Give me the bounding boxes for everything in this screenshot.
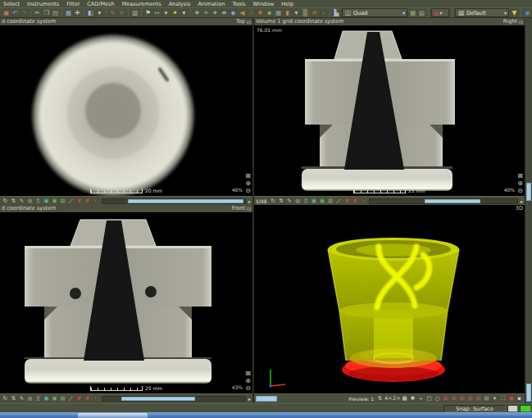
- menu-tools[interactable]: Tools: [233, 1, 246, 7]
- wand-arrow-icon[interactable]: ▾: [180, 8, 189, 17]
- vertical-scrollbar[interactable]: [525, 18, 532, 205]
- flip-icon[interactable]: ⇅: [10, 198, 17, 205]
- rotate-icon[interactable]: ↻: [2, 395, 9, 402]
- render-mode-5-icon[interactable]: ▤: [475, 395, 482, 402]
- viewport-right-header[interactable]: Volume 1 grid coordinate system Right ⊡: [254, 18, 525, 25]
- render-3d-canvas[interactable]: [254, 212, 525, 393]
- measure-delete-icon[interactable]: ✕: [117, 8, 126, 17]
- fullscreen-icon[interactable]: ⛶: [499, 395, 507, 402]
- green-swatch-icon[interactable]: ▣: [318, 198, 325, 205]
- viewport-front-header[interactable]: d coordinate system Front ⊡: [0, 205, 252, 212]
- ct-slice-front-canvas[interactable]: 25 mm 43% ⊠ ⊕ ⊖: [0, 212, 252, 393]
- speaker-icon[interactable]: ◀: [238, 8, 247, 17]
- flag-icon[interactable]: ⚑: [143, 8, 152, 17]
- menu-select[interactable]: Select: [3, 1, 20, 7]
- clear-red2-icon[interactable]: ✘: [84, 198, 91, 205]
- vertical-scrollbar-thumb[interactable]: [526, 384, 531, 402]
- slice-scrollbar[interactable]: [102, 396, 246, 402]
- menu-instruments[interactable]: Instruments: [27, 1, 59, 7]
- taskbar-button[interactable]: [78, 413, 148, 418]
- render-mode-3-icon[interactable]: ▤: [458, 395, 466, 402]
- flip-icon[interactable]: ⇅: [277, 198, 284, 205]
- clip-cube-icon[interactable]: ◧: [86, 8, 95, 17]
- wand-icon[interactable]: ✦: [171, 8, 180, 17]
- slice-scrollbar-thumb[interactable]: [425, 199, 480, 203]
- preview-render-icon[interactable]: ✱: [409, 395, 416, 402]
- flip-icon[interactable]: ⇅: [10, 395, 17, 402]
- dot-icon[interactable]: ·: [92, 198, 99, 205]
- render-mode-6-icon[interactable]: ▤: [483, 395, 490, 402]
- teal-swatch-icon[interactable]: ▣: [43, 395, 50, 402]
- app-icon[interactable]: ▣: [2, 8, 11, 17]
- rotate-icon[interactable]: ↻: [2, 198, 9, 205]
- green-swatch-icon[interactable]: ▣: [51, 198, 58, 205]
- zoom-out-icon[interactable]: ⊖: [245, 384, 251, 392]
- menu-analysis[interactable]: Analysis: [169, 1, 191, 7]
- zoom-in-icon[interactable]: ⊕: [517, 179, 523, 187]
- cut-icon[interactable]: ✂: [33, 8, 42, 17]
- pen-icon[interactable]: ✎: [285, 198, 293, 205]
- footprint-icon[interactable]: ∴: [247, 8, 256, 17]
- notes-icon[interactable]: ▥: [130, 8, 139, 17]
- undo-icon[interactable]: ↶: [11, 8, 20, 17]
- vertical-scrollbar-thumb[interactable]: [526, 183, 531, 202]
- zoom-out-icon[interactable]: ⊖: [517, 187, 523, 194]
- viewport-3d-header[interactable]: 3D: [254, 205, 525, 212]
- slice-box-icon[interactable]: ▯: [34, 395, 42, 402]
- slice-scrollbar-thumb[interactable]: [128, 199, 243, 203]
- slice-scrollbar[interactable]: [102, 198, 246, 204]
- plane-icon[interactable]: ✈: [211, 8, 220, 17]
- fit-width-icon[interactable]: ⇿: [152, 8, 161, 17]
- viewport-maximize-icon[interactable]: ⊡: [247, 18, 251, 25]
- preview-box-icon[interactable]: ▢: [425, 395, 433, 402]
- close-icon[interactable]: ⊠: [245, 172, 251, 179]
- preview-2x-icon[interactable]: 2×: [393, 395, 400, 402]
- pattern-icon[interactable]: ▒: [301, 8, 310, 17]
- viewport-top-header[interactable]: d coordinate system Top ⊡: [0, 18, 252, 25]
- menu-filter[interactable]: Filter: [66, 1, 80, 7]
- slice-scrollbar-thumb[interactable]: [121, 397, 195, 401]
- paste-icon[interactable]: ▤: [51, 8, 60, 17]
- render-mode-2-icon[interactable]: ▤: [450, 395, 457, 402]
- record-icon[interactable]: ●: [507, 395, 515, 402]
- redo-icon[interactable]: ↷: [20, 8, 29, 17]
- vertical-scrollbar[interactable]: [525, 205, 532, 403]
- workspace-select[interactable]: ▨ Default ▾: [455, 8, 509, 17]
- ct-slice-right-canvas[interactable]: 76.01 mm 25 mm 40% ⊠ ⊕ ⊖: [254, 25, 525, 196]
- marker-red-icon[interactable]: ✱: [256, 8, 265, 17]
- viewport-maximize-icon[interactable]: ⊡: [519, 18, 523, 25]
- zoom-in-icon[interactable]: ⊕: [245, 179, 251, 187]
- render-arrow-icon[interactable]: ▾: [491, 395, 498, 402]
- snap-mode-indicator[interactable]: Snap: Surface: [443, 405, 506, 412]
- sphere-icon[interactable]: ◆: [229, 8, 238, 17]
- angle-green-icon[interactable]: ‹: [319, 8, 328, 17]
- transform-icon[interactable]: ▦: [64, 8, 73, 17]
- gray-sheet-icon[interactable]: ▤: [326, 198, 334, 205]
- menu-help[interactable]: Help: [281, 1, 293, 7]
- clear-red-icon[interactable]: ✘: [75, 198, 83, 205]
- layout-select[interactable]: ◫ Quad ▾: [342, 8, 407, 17]
- target-icon[interactable]: ◎: [26, 395, 34, 402]
- layout-copy-icon[interactable]: ▧: [417, 8, 426, 17]
- clear-red2-icon[interactable]: ✘: [351, 198, 358, 205]
- fit-arrow-icon[interactable]: ▾: [161, 8, 171, 17]
- preview-4x-icon[interactable]: 4×: [384, 395, 392, 402]
- slice-box-icon[interactable]: ▯: [302, 198, 309, 205]
- pen-icon[interactable]: ✎: [18, 198, 25, 205]
- draw-line-icon[interactable]: ／: [67, 395, 75, 402]
- clear-red2-icon[interactable]: ✘: [84, 395, 91, 402]
- globe-icon[interactable]: ◉: [523, 8, 532, 17]
- scroll-right-icon[interactable]: ▸: [521, 198, 523, 204]
- green-swatch-icon[interactable]: ▣: [51, 395, 58, 402]
- menu-window[interactable]: Window: [253, 1, 275, 7]
- layers-icon[interactable]: ≡: [220, 8, 229, 17]
- close-icon[interactable]: ⊠: [245, 370, 251, 377]
- star-dim-icon[interactable]: ✳: [202, 8, 211, 17]
- dot-icon[interactable]: ·: [359, 198, 366, 205]
- preview-circle-icon[interactable]: ○: [434, 395, 441, 402]
- teal-swatch-icon[interactable]: ▣: [310, 198, 317, 205]
- preview-grid-icon[interactable]: ▦: [401, 395, 408, 402]
- pen-icon[interactable]: ✎: [18, 395, 25, 402]
- gray-sheet-icon[interactable]: ▤: [59, 395, 66, 402]
- close-icon[interactable]: ⊠: [517, 172, 523, 179]
